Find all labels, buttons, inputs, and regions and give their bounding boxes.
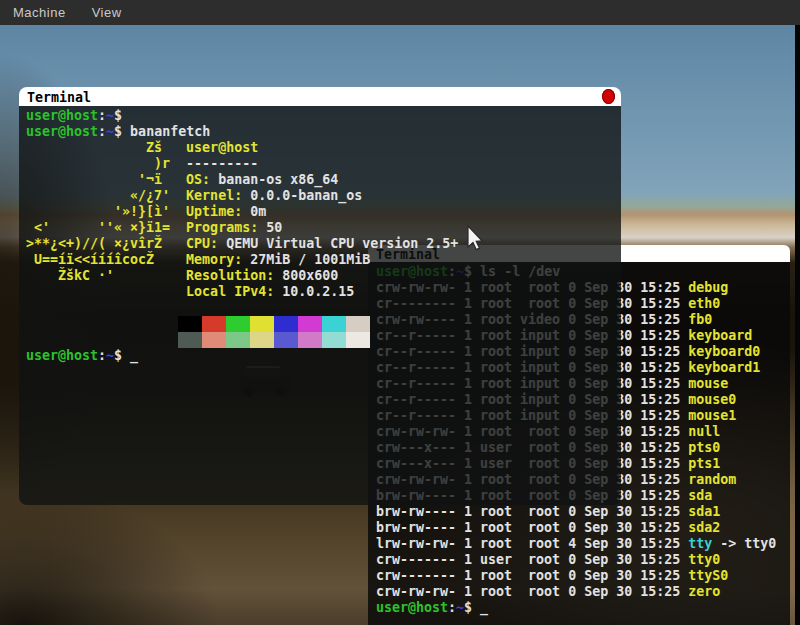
menu-item-view[interactable]: View	[79, 0, 135, 25]
ls-row: crw------- 1 root root 0 Sep 30 15:25 tt…	[376, 568, 790, 584]
fetch-line: '»!}[ì' Uptime: 0m	[26, 204, 621, 220]
shell-prompt-line: user@host:~$ _	[376, 600, 790, 616]
mouse-pointer-icon	[466, 225, 486, 257]
palette-swatch	[346, 332, 370, 348]
fetch-line: ŽškC ·' Resolution: 800x600	[26, 268, 621, 284]
device-name: debug	[688, 280, 728, 295]
menu-item-machine[interactable]: Machine	[0, 0, 79, 25]
prompt-path: ~	[106, 108, 114, 123]
screen-edge-strip	[795, 25, 800, 625]
prompt-user: user@host	[376, 600, 448, 615]
palette-swatch	[178, 332, 202, 348]
device-name: mouse	[688, 376, 728, 391]
fetch-line: Zš user@host	[26, 140, 621, 156]
ls-row: brw-rw---- 1 root root 0 Sep 30 15:25 sd…	[376, 520, 790, 536]
shell-prompt-line: user@host:~$ bananfetch	[26, 124, 621, 140]
fetch-art-and-label: <' ''« ×}ï1= Programs:	[26, 220, 258, 235]
prompt-user: user@host	[26, 124, 98, 139]
palette-swatch	[226, 332, 250, 348]
fetch-art-and-label: >**¿<+)//( ×¿vîrŽ CPU:	[26, 236, 218, 251]
palette-swatch	[322, 332, 346, 348]
command-text: bananfetch	[122, 124, 210, 139]
prompt-path: ~	[456, 600, 464, 615]
palette-swatch	[322, 316, 346, 332]
blank-line	[26, 300, 621, 316]
device-name: eth0	[688, 296, 720, 311]
fetch-line: '¬ï OS: banan-os x86_64	[26, 172, 621, 188]
device-name: sda2	[688, 520, 720, 535]
palette-swatch	[250, 332, 274, 348]
palette-swatch	[178, 316, 202, 332]
device-name: null	[688, 424, 720, 439]
terminal1-titlebar[interactable]: Terminal	[19, 87, 621, 106]
fetch-art-and-label: ŽškC ·' Resolution:	[26, 268, 274, 283]
device-name: keyboard0	[688, 344, 760, 359]
device-name: random	[688, 472, 736, 487]
prompt-user: user@host	[26, 348, 98, 363]
device-name: mouse1	[688, 408, 736, 423]
fetch-line: U==íï<<íííîcocŽ Memory: 27MiB / 1001MiB	[26, 252, 621, 268]
ls-row: brw-rw---- 1 root root 0 Sep 30 15:25 sd…	[376, 504, 790, 520]
fetch-line: )r ---------	[26, 156, 621, 172]
fetch-line: >**¿<+)//( ×¿vîrŽ CPU: QEMU Virtual CPU …	[26, 236, 621, 252]
text-cursor: _	[472, 600, 488, 615]
device-name: ttyS0	[688, 568, 728, 583]
color-palette-row-1	[26, 316, 621, 332]
device-name: tty	[688, 536, 712, 551]
palette-swatch	[202, 332, 226, 348]
fetch-art-and-label: '»!}[ì' Uptime:	[26, 204, 242, 219]
device-name: pts1	[688, 456, 720, 471]
palette-swatch	[274, 332, 298, 348]
fetch-art-and-label: '¬ï OS:	[26, 172, 210, 187]
terminal-window-bananfetch[interactable]: Terminal user@host:~$user@host:~$ bananf…	[19, 87, 621, 505]
close-button[interactable]	[602, 89, 615, 104]
device-name: keyboard1	[688, 360, 760, 375]
palette-swatch	[202, 316, 226, 332]
device-name: sda1	[688, 504, 720, 519]
palette-swatch	[274, 316, 298, 332]
device-name: pts0	[688, 440, 720, 455]
palette-swatch	[298, 332, 322, 348]
fetch-line: Local IPv4: 10.0.2.15	[26, 284, 621, 300]
ls-row: crw------- 1 user root 0 Sep 30 15:25 tt…	[376, 552, 790, 568]
ls-row: lrw-rw-rw- 1 root root 4 Sep 30 15:25 tt…	[376, 536, 790, 552]
fetch-art-and-label: Zš user@host	[26, 140, 258, 155]
prompt-user: user@host	[26, 108, 98, 123]
terminal1-content[interactable]: user@host:~$user@host:~$ bananfetch Zš u…	[19, 106, 621, 505]
fetch-art-and-label: U==íï<<íííîcocŽ Memory:	[26, 252, 242, 267]
device-name: fb0	[688, 312, 712, 327]
device-name: zero	[688, 584, 720, 599]
text-cursor: _	[122, 348, 138, 363]
device-name: sda	[688, 488, 712, 503]
device-name: keyboard	[688, 328, 752, 343]
shell-prompt-line: user@host:~$	[26, 108, 621, 124]
fetch-art-and-label: Local IPv4:	[26, 284, 274, 299]
shell-prompt-line: user@host:~$ _	[26, 348, 621, 364]
palette-swatch	[298, 316, 322, 332]
color-palette-row-2	[26, 332, 621, 348]
palette-swatch	[226, 316, 250, 332]
fetch-art-and-label: )r	[26, 156, 186, 171]
prompt-path: ~	[106, 348, 114, 363]
fetch-line: «/¿7' Kernel: 0.0.0-banan_os	[26, 188, 621, 204]
menubar: MachineView	[0, 0, 800, 25]
device-name: tty0	[688, 552, 720, 567]
palette-swatch	[346, 316, 370, 332]
fetch-line: <' ''« ×}ï1= Programs: 50	[26, 220, 621, 236]
terminal1-title: Terminal	[27, 89, 91, 104]
prompt-path: ~	[106, 124, 114, 139]
palette-swatch	[250, 316, 274, 332]
fetch-art-and-label: «/¿7' Kernel:	[26, 188, 242, 203]
device-name: mouse0	[688, 392, 736, 407]
ls-row: crw-rw-rw- 1 root root 0 Sep 30 15:25 ze…	[376, 584, 790, 600]
